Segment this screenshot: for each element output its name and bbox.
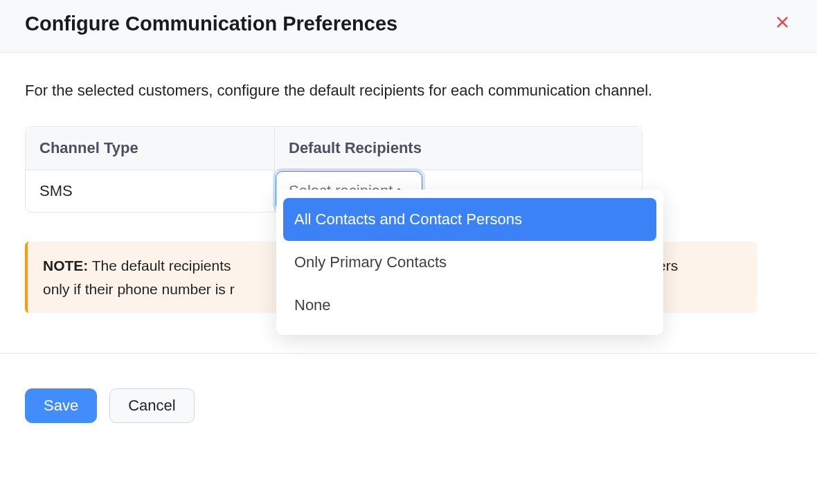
preferences-table: Channel Type Default Recipients SMS Sele… xyxy=(25,126,643,213)
close-button[interactable] xyxy=(773,15,792,34)
save-button[interactable]: Save xyxy=(25,388,97,423)
cell-channel-type: SMS xyxy=(26,170,275,212)
close-icon xyxy=(775,15,790,33)
dropdown-option-all-contacts[interactable]: All Contacts and Contact Persons xyxy=(283,198,656,241)
modal-title: Configure Communication Preferences xyxy=(25,12,397,35)
note-label: NOTE: xyxy=(43,258,88,273)
modal-footer: Save Cancel xyxy=(0,353,817,423)
dropdown-option-primary-contacts[interactable]: Only Primary Contacts xyxy=(283,241,656,284)
recipient-dropdown: All Contacts and Contact Persons Only Pr… xyxy=(276,190,663,335)
note-text-line2: only if their phone number is r xyxy=(43,281,235,297)
col-header-channel-type: Channel Type xyxy=(26,127,275,170)
note-text-line1a: The default recipients xyxy=(88,258,235,273)
modal-header: Configure Communication Preferences xyxy=(0,0,817,53)
modal-body: For the selected customers, configure th… xyxy=(0,53,817,320)
table-header-row: Channel Type Default Recipients xyxy=(26,127,642,170)
description-text: For the selected customers, configure th… xyxy=(25,79,792,102)
cancel-button[interactable]: Cancel xyxy=(109,388,194,423)
dropdown-option-none[interactable]: None xyxy=(283,284,656,327)
col-header-default-recipients: Default Recipients xyxy=(275,127,642,170)
